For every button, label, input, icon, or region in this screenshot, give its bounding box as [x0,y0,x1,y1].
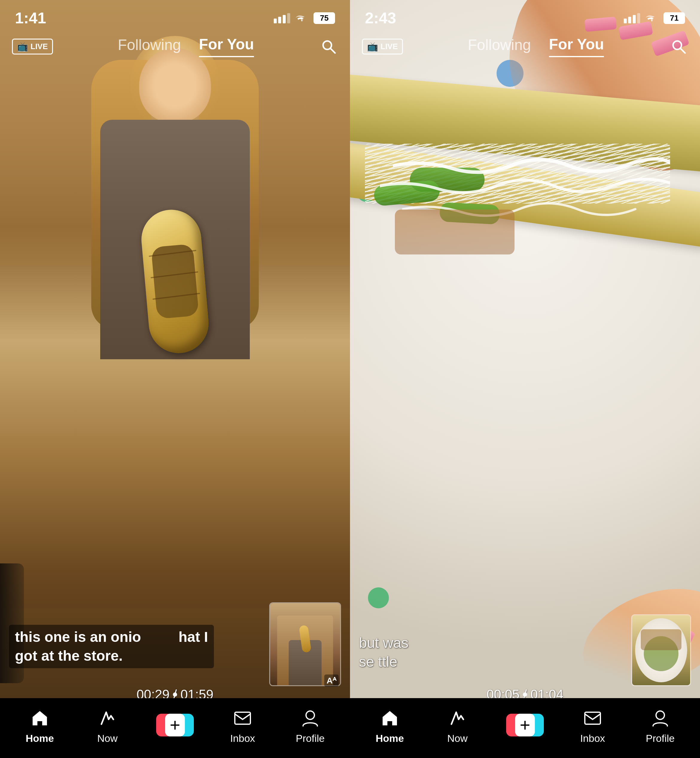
right-status-bar: 2:43 71 [350,0,700,30]
right-tab-foryou[interactable]: For You [549,36,604,57]
svg-point-3 [306,711,314,719]
svg-rect-6 [585,712,600,724]
left-time: 1:41 [15,9,46,27]
right-home-label: Home [376,733,404,744]
left-now-icon [95,706,119,730]
left-nav-tabs[interactable]: Following For You [118,36,254,57]
right-live-badge: 📺 LIVE [362,39,403,55]
left-status-bar: 1:41 75 [0,0,350,30]
left-nav-inbox[interactable]: Inbox [222,706,264,744]
right-subtitle-text: but was se ttle [359,634,616,671]
right-profile-label: Profile [646,733,675,744]
left-live-badge: 📺 LIVE [12,39,53,55]
left-nav-plus[interactable]: + [154,714,196,736]
left-live-tv-icon: 📺 [17,41,28,52]
right-top-nav: 📺 LIVE Following For You [350,28,700,64]
right-nav-home[interactable]: Home [369,706,411,744]
right-time: 2:43 [365,9,396,27]
right-battery: 71 [664,12,685,24]
left-status-icons: 75 [274,12,335,24]
left-now-label: Now [97,733,117,744]
left-tab-foryou[interactable]: For You [199,36,254,57]
left-home-label: Home [26,733,54,744]
right-preview-thumbnail[interactable] [631,614,691,686]
right-inbox-icon [581,706,605,730]
left-caption-icon[interactable]: Aᴬ [324,675,339,687]
right-profile-icon [648,706,672,730]
left-nav-now[interactable]: Now [86,706,128,744]
right-nav-tabs[interactable]: Following For You [468,36,604,57]
left-phone-panel: 1:41 75 📺 LIVE Following [0,0,350,758]
left-preview-thumbnail[interactable] [269,602,341,686]
right-tab-following[interactable]: Following [468,36,531,56]
right-signal-icon [624,13,640,23]
right-search-icon [670,38,687,55]
left-tab-following[interactable]: Following [118,36,181,56]
right-subtitle: but was se ttle [359,634,616,671]
right-bottom-nav: Home Now + [350,698,700,758]
right-nav-profile[interactable]: Profile [639,706,681,744]
right-now-label: Now [447,733,467,744]
left-battery: 75 [314,12,335,24]
left-inbox-label: Inbox [230,733,255,744]
right-live-tv-icon: 📺 [367,41,378,52]
right-wifi-icon [645,13,658,23]
plate-dot-green3 [368,587,389,608]
right-phone-panel: 2:43 71 📺 LIVE Following For You [350,0,700,758]
right-search-button[interactable] [669,37,688,56]
left-profile-icon [298,706,322,730]
left-search-icon [320,38,337,55]
left-scroll-indicator [173,692,177,697]
right-inbox-label: Inbox [580,733,605,744]
svg-point-7 [656,711,664,719]
right-now-icon [445,706,469,730]
left-wifi-icon [295,13,308,23]
left-inbox-icon [231,706,255,730]
left-signal-icon [274,13,290,23]
svg-rect-2 [235,712,250,724]
left-nav-profile[interactable]: Profile [289,706,331,744]
right-scroll-indicator [523,692,527,697]
right-nav-inbox[interactable]: Inbox [572,706,614,744]
right-nav-now[interactable]: Now [436,706,478,744]
right-plus-button[interactable]: + [509,714,541,736]
svg-line-5 [680,48,685,53]
left-bottom-nav: Home Now + [0,698,350,758]
left-top-nav: 📺 LIVE Following For You [0,28,350,64]
left-profile-label: Profile [296,733,325,744]
right-home-icon [378,706,402,730]
right-nav-plus[interactable]: + [504,714,546,736]
left-home-icon [28,706,52,730]
left-subtitle-text: this one is an onio hat I hat I got at t… [9,625,214,668]
left-plus-button[interactable]: + [159,714,191,736]
right-status-icons: 71 [624,12,685,24]
left-search-button[interactable] [319,37,338,56]
svg-line-1 [330,48,335,53]
left-nav-home[interactable]: Home [19,706,61,744]
